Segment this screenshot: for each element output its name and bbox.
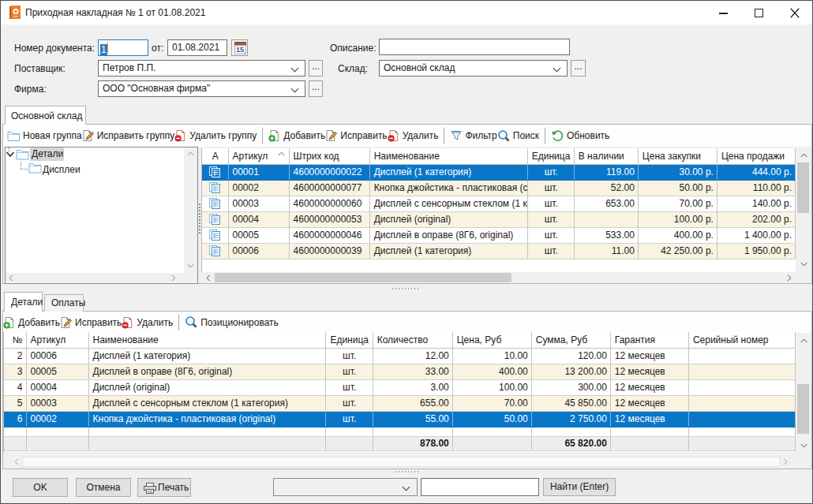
svg-text:15: 15: [236, 46, 244, 54]
